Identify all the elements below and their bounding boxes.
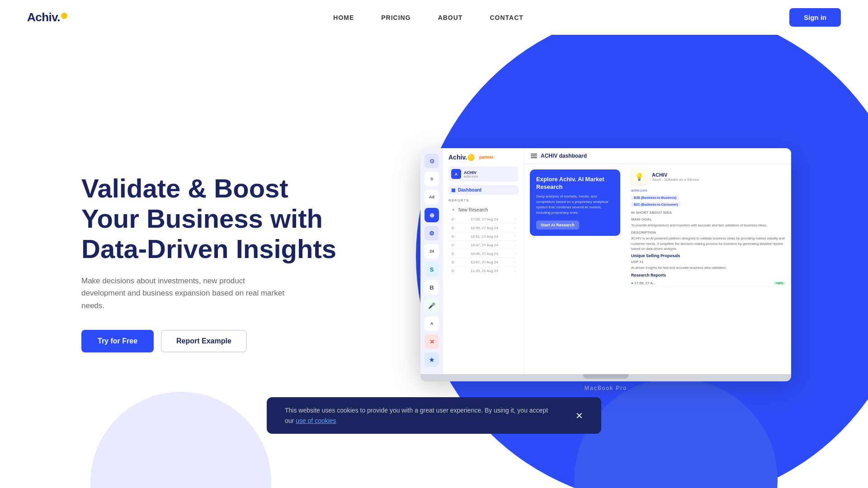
- dashboard-company-name: ACHIV: [464, 170, 478, 175]
- macbook-label: MacBook Pro: [420, 385, 791, 391]
- start-ai-research-button[interactable]: Start AI Research: [536, 221, 579, 230]
- idea-label: In short about Idea: [631, 211, 786, 215]
- hero-left-content: Validate & Boost Your Business with Data…: [81, 174, 353, 352]
- nav-pricing[interactable]: PRICING: [381, 14, 410, 21]
- detail-company-card: 💡 ACHIV SaaS - Software as a Service: [631, 169, 786, 185]
- dashboard-sidebar-icons: ⊙ S Ad ⊕ ⚙ 24 S B 🎤 A ✕ ★: [420, 148, 443, 374]
- report-example-button[interactable]: Report Example: [161, 330, 247, 352]
- company-name: ACHIV: [652, 172, 699, 178]
- hamburger-icon: [531, 154, 537, 158]
- laptop-notch: [583, 374, 628, 379]
- sidebar-icon-1: ⊙: [425, 154, 439, 168]
- nav-home[interactable]: HOME: [333, 14, 354, 21]
- hero-title: Validate & Boost Your Business with Data…: [81, 174, 353, 264]
- nav-contact[interactable]: CONTACT: [490, 14, 523, 21]
- sidebar-icon-s2: S: [425, 262, 439, 277]
- report-item-3[interactable]: ⊙ 16:51, 27 Aug 24 ›: [448, 232, 519, 241]
- sidebar-icon-active: ⊕: [425, 208, 439, 222]
- company-badges: B2B (Business-to-Business): [631, 195, 786, 200]
- research-reports-section: Research Reports ● 17:08, 27 A... +44%: [631, 273, 786, 287]
- dashboard-inner: ⊙ S Ad ⊕ ⚙ 24 S B 🎤 A ✕ ★: [420, 148, 791, 374]
- hero-subtitle: Make decisions about investments, new pr…: [81, 275, 289, 312]
- logo-dot: [61, 13, 67, 19]
- bottom-circle-left: [90, 392, 271, 488]
- sidebar-icon-blue: ★: [425, 352, 439, 367]
- usp1-label: USP #1: [631, 260, 786, 264]
- dashboard-company-row: A ACHIV achiv.com: [448, 166, 519, 182]
- dashboard-promo: Explore Achiv. AI Market Research Deep a…: [530, 169, 620, 236]
- report-item-7[interactable]: ⊙ 11:25, 21 Aug 24 ›: [448, 267, 519, 275]
- badge-b2c: B2C (Business-to-Consumer): [631, 202, 681, 207]
- dashboard-menu-new-research[interactable]: ＋ New Research: [448, 204, 519, 215]
- usp1-text: AI-driven insights for fast and accurate…: [631, 265, 786, 270]
- cookie-link[interactable]: use of cookies: [296, 417, 336, 424]
- sidebar-icon-24: 24: [425, 244, 439, 258]
- nav-about[interactable]: ABOUT: [438, 14, 463, 21]
- sidebar-icon-ad: Ad: [425, 190, 439, 204]
- desc-text: ACHIV is an AI-powered platform designed…: [631, 236, 786, 251]
- sidebar-icon-mic: 🎤: [425, 298, 439, 313]
- dashboard-screen: ⊙ S Ad ⊕ ⚙ 24 S B 🎤 A ✕ ★: [420, 148, 791, 374]
- report-item-5[interactable]: ⊙ 18:46, 27 Aug 24 ›: [448, 249, 519, 258]
- sign-in-button[interactable]: Sign in: [789, 8, 841, 27]
- goal-label: Main Goal: [631, 217, 786, 221]
- dashboard-content: Explore Achiv. AI Market Research Deep a…: [524, 164, 791, 374]
- dashboard-right-panel: ACHIV dashboard Explore Achiv. AI Market…: [524, 148, 791, 374]
- dashboard-detail: 💡 ACHIV SaaS - Software as a Service ach…: [626, 164, 791, 374]
- company-link[interactable]: achiv.com: [631, 188, 786, 192]
- promo-desc: Deep analysis of markets, trends, and co…: [536, 194, 614, 216]
- logo-text: Achiv.: [27, 10, 60, 24]
- sidebar-icon-s: S: [425, 172, 439, 186]
- dashboard-title: ACHIV dashboard: [541, 153, 587, 159]
- company-logo-icon: 💡: [631, 169, 647, 185]
- desc-label: Description: [631, 230, 786, 235]
- research-report-badge: +44%: [773, 281, 786, 285]
- dashboard-report-list: ⊙ 17:08, 27 Aug 24 › ⊙ 16:59, 27 Aug 24 …: [448, 215, 519, 275]
- goal-text: To provide entrepreneurs and investors w…: [631, 223, 786, 228]
- dashboard-left-panel: Achiv.🟡 partner A ACHIV achiv.com: [443, 148, 524, 374]
- report-item-4[interactable]: ⊙ 16:47, 27 Aug 24 ›: [448, 241, 519, 249]
- usp-title: Unique Selling Proposals: [631, 253, 786, 258]
- try-free-button[interactable]: Try for Free: [81, 330, 154, 352]
- cookie-text: This website uses cookies to provide you…: [285, 405, 557, 426]
- report-item-1[interactable]: ⊙ 17:08, 27 Aug 24 ›: [448, 215, 519, 224]
- company-badges-2: B2C (Business-to-Consumer): [631, 202, 786, 207]
- report-item-2[interactable]: ⊙ 16:59, 27 Aug 24 ›: [448, 224, 519, 232]
- research-reports-title: Research Reports: [631, 273, 786, 277]
- dashboard-logo-row: Achiv.🟡 partner: [448, 154, 519, 161]
- cookie-banner: This website uses cookies to provide you…: [267, 397, 601, 434]
- dashboard-section-reports: REPORTS: [448, 198, 519, 202]
- cookie-close-button[interactable]: ✕: [576, 410, 583, 421]
- dashboard-company-url: achiv.com: [464, 175, 478, 178]
- sidebar-icon-red: ✕: [425, 334, 439, 349]
- badge-b2b: B2B (Business-to-Business): [631, 195, 679, 200]
- dashboard-menu-dashboard[interactable]: ▦ Dashboard: [448, 185, 519, 195]
- report-item-6[interactable]: ⊙ 13:47, 27 Aug 24 ›: [448, 258, 519, 267]
- sidebar-icon-b: B: [425, 280, 439, 295]
- dashboard-logo-badge: partner: [477, 155, 495, 160]
- company-sub: SaaS - Software as a Service: [652, 178, 699, 182]
- sidebar-icon-a: A: [425, 316, 439, 331]
- promo-title: Explore Achiv. AI Market Research: [536, 176, 614, 191]
- research-report-time: ● 17:08, 27 A...: [631, 281, 656, 285]
- idea-section: In short about Idea: [631, 211, 786, 215]
- dashboard-header: ACHIV dashboard: [524, 148, 791, 164]
- hero-right-content: ⊙ S Ad ⊕ ⚙ 24 S B 🎤 A ✕ ★: [371, 135, 841, 391]
- laptop-wrapper: ⊙ S Ad ⊕ ⚙ 24 S B 🎤 A ✕ ★: [420, 148, 791, 391]
- hero-buttons: Try for Free Report Example: [81, 330, 353, 352]
- navbar: Achiv. HOME PRICING ABOUT CONTACT Sign i…: [0, 0, 868, 35]
- sidebar-icon-settings: ⚙: [425, 226, 439, 240]
- logo[interactable]: Achiv.: [27, 10, 67, 24]
- laptop-base: [420, 374, 791, 381]
- research-report-item[interactable]: ● 17:08, 27 A... +44%: [631, 280, 786, 287]
- nav-links: HOME PRICING ABOUT CONTACT: [333, 14, 524, 22]
- dashboard-company-icon: A: [451, 169, 461, 179]
- dashboard-logo-text: Achiv.🟡: [448, 154, 475, 161]
